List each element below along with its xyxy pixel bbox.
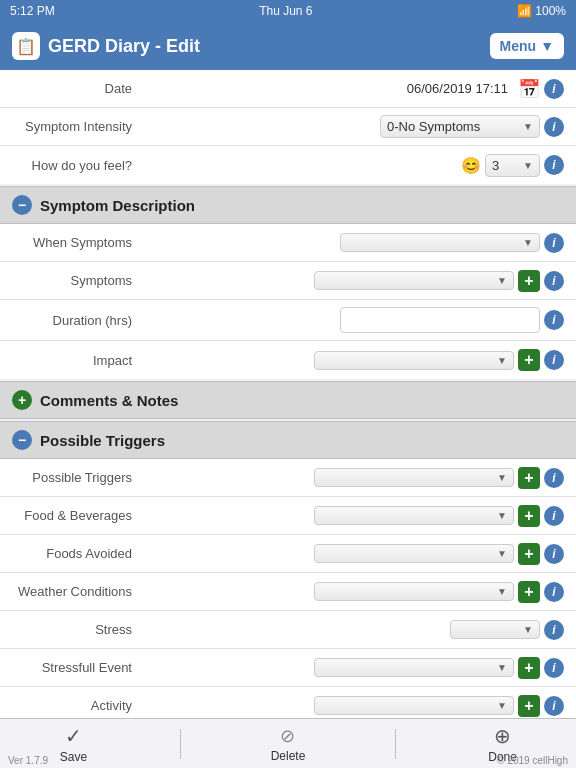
status-time: 5:12 PM xyxy=(10,4,55,18)
duration-row: Duration (hrs) i xyxy=(0,300,576,341)
done-add-icon: ⊕ xyxy=(494,724,511,748)
weather-conditions-label: Weather Conditions xyxy=(12,584,132,599)
impact-label: Impact xyxy=(12,353,132,368)
act-chevron-icon: ▼ xyxy=(497,700,507,711)
food-beverages-select[interactable]: ▼ xyxy=(314,506,514,525)
se-chevron-icon: ▼ xyxy=(497,662,507,673)
date-info-button[interactable]: i xyxy=(544,79,564,99)
foods-avoided-add-button[interactable]: + xyxy=(518,543,540,565)
symptoms-control: ▼ + i xyxy=(140,270,564,292)
possible-triggers-select[interactable]: ▼ xyxy=(314,468,514,487)
activity-select[interactable]: ▼ xyxy=(314,696,514,715)
bottom-toolbar: ✓ Save ⊘ Delete ⊕ Done xyxy=(0,718,576,768)
duration-control: i xyxy=(140,307,564,333)
status-right: 📶 100% xyxy=(517,4,566,18)
food-beverages-info-button[interactable]: i xyxy=(544,506,564,526)
food-beverages-label: Food & Beverages xyxy=(12,508,132,523)
feeling-emoji: 😊 xyxy=(461,156,481,175)
impact-chevron-icon: ▼ xyxy=(497,355,507,366)
symptoms-info-button[interactable]: i xyxy=(544,271,564,291)
feeling-info-button[interactable]: i xyxy=(544,155,564,175)
stressfull-event-add-button[interactable]: + xyxy=(518,657,540,679)
stressfull-event-row: Stressfull Event ▼ + i xyxy=(0,649,576,687)
date-control: 06/06/2019 17:11 📅 i xyxy=(140,78,564,100)
intensity-label: Symptom Intensity xyxy=(12,119,132,134)
intensity-info-button[interactable]: i xyxy=(544,117,564,137)
symptom-description-title: Symptom Description xyxy=(40,197,195,214)
weather-conditions-add-button[interactable]: + xyxy=(518,581,540,603)
when-symptoms-label: When Symptoms xyxy=(12,235,132,250)
symptoms-chevron-icon: ▼ xyxy=(497,275,507,286)
pt-chevron-icon: ▼ xyxy=(497,472,507,483)
food-beverages-add-button[interactable]: + xyxy=(518,505,540,527)
delete-icon: ⊘ xyxy=(280,725,295,747)
fa-chevron-icon: ▼ xyxy=(497,548,507,559)
stress-info-button[interactable]: i xyxy=(544,620,564,640)
main-content: Date 06/06/2019 17:11 📅 i Symptom Intens… xyxy=(0,70,576,768)
comments-notes-expand-button[interactable]: + xyxy=(12,390,32,410)
possible-triggers-collapse-button[interactable]: − xyxy=(12,430,32,450)
foods-avoided-info-button[interactable]: i xyxy=(544,544,564,564)
weather-conditions-row: Weather Conditions ▼ + i xyxy=(0,573,576,611)
minus-icon: − xyxy=(18,197,26,213)
when-symptoms-info-button[interactable]: i xyxy=(544,233,564,253)
stress-chevron-icon: ▼ xyxy=(523,624,533,635)
duration-input[interactable] xyxy=(340,307,540,333)
weather-conditions-info-button[interactable]: i xyxy=(544,582,564,602)
symptoms-add-button[interactable]: + xyxy=(518,270,540,292)
comments-notes-header: + Comments & Notes xyxy=(0,381,576,419)
version-text: Ver 1.7.9 xyxy=(8,755,48,766)
menu-button[interactable]: Menu ▼ xyxy=(490,33,564,59)
comments-notes-title: Comments & Notes xyxy=(40,392,178,409)
menu-chevron-icon: ▼ xyxy=(540,38,554,54)
feeling-select[interactable]: 3 ▼ xyxy=(485,154,540,177)
activity-add-button[interactable]: + xyxy=(518,695,540,717)
when-symptoms-select[interactable]: ▼ xyxy=(340,233,540,252)
wc-chevron-icon: ▼ xyxy=(497,586,507,597)
impact-add-button[interactable]: + xyxy=(518,349,540,371)
when-symptoms-row: When Symptoms ▼ i xyxy=(0,224,576,262)
activity-info-button[interactable]: i xyxy=(544,696,564,716)
intensity-select[interactable]: 0-No Symptoms ▼ xyxy=(380,115,540,138)
feeling-value: 3 xyxy=(492,158,499,173)
status-day: Thu Jun 6 xyxy=(259,4,312,18)
when-symptoms-control: ▼ i xyxy=(140,233,564,253)
symptoms-select[interactable]: ▼ xyxy=(314,271,514,290)
food-beverages-row: Food & Beverages ▼ + i xyxy=(0,497,576,535)
weather-conditions-select[interactable]: ▼ xyxy=(314,582,514,601)
weather-conditions-control: ▼ + i xyxy=(140,581,564,603)
impact-row: Impact ▼ + i xyxy=(0,341,576,379)
symptom-description-collapse-button[interactable]: − xyxy=(12,195,32,215)
save-icon: ✓ xyxy=(65,724,82,748)
stress-control: ▼ i xyxy=(140,620,564,640)
delete-button[interactable]: ⊘ Delete xyxy=(248,725,328,763)
stressfull-event-select[interactable]: ▼ xyxy=(314,658,514,677)
date-value: 06/06/2019 17:11 xyxy=(407,81,508,96)
impact-info-button[interactable]: i xyxy=(544,350,564,370)
stressfull-event-info-button[interactable]: i xyxy=(544,658,564,678)
copyright-text: © 2019 cellHigh xyxy=(497,755,568,766)
menu-label: Menu xyxy=(500,38,537,54)
possible-triggers-control: ▼ + i xyxy=(140,467,564,489)
calendar-icon[interactable]: 📅 xyxy=(518,78,540,100)
app-icon: 📋 xyxy=(12,32,40,60)
wifi-icon: 📶 xyxy=(517,4,532,18)
header-title-group: 📋 GERD Diary - Edit xyxy=(12,32,200,60)
impact-select[interactable]: ▼ xyxy=(314,351,514,370)
fb-chevron-icon: ▼ xyxy=(497,510,507,521)
stressfull-event-label: Stressfull Event xyxy=(12,660,132,675)
foods-avoided-select[interactable]: ▼ xyxy=(314,544,514,563)
symptoms-row: Symptoms ▼ + i xyxy=(0,262,576,300)
possible-triggers-info-button[interactable]: i xyxy=(544,468,564,488)
intensity-select-value: 0-No Symptoms xyxy=(387,119,480,134)
foods-avoided-label: Foods Avoided xyxy=(12,546,132,561)
possible-triggers-add-button[interactable]: + xyxy=(518,467,540,489)
possible-triggers-row: Possible Triggers ▼ + i xyxy=(0,459,576,497)
stress-select[interactable]: ▼ xyxy=(450,620,540,639)
stress-label: Stress xyxy=(12,622,132,637)
duration-info-button[interactable]: i xyxy=(544,310,564,330)
symptom-description-fields: When Symptoms ▼ i Symptoms ▼ + xyxy=(0,224,576,379)
feeling-label: How do you feel? xyxy=(12,158,132,173)
impact-control: ▼ + i xyxy=(140,349,564,371)
when-symptoms-chevron-icon: ▼ xyxy=(523,237,533,248)
